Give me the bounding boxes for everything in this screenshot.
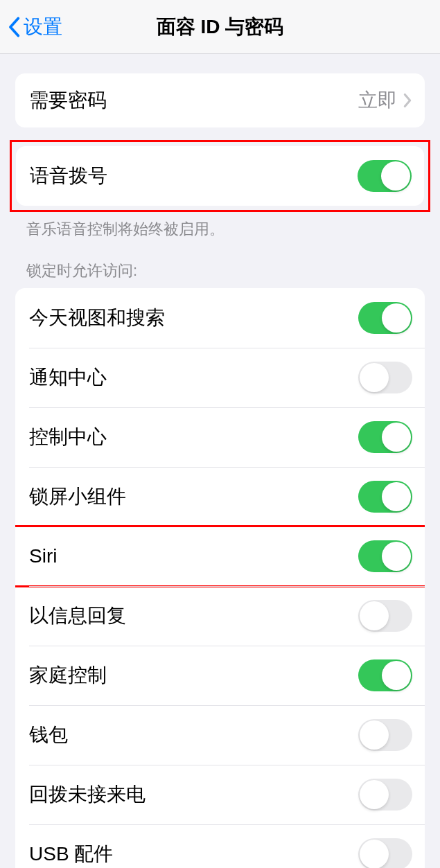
back-button[interactable]: 设置	[7, 14, 62, 40]
notification-center-row: 通知中心	[15, 348, 425, 407]
wallet-toggle[interactable]	[358, 719, 412, 751]
toggle-knob	[382, 661, 411, 690]
row-label: 通知中心	[29, 364, 107, 391]
toggle-knob	[360, 840, 389, 868]
siri-toggle[interactable]	[358, 540, 412, 572]
lock-widgets-row: 锁屏小组件	[15, 467, 425, 526]
chevron-left-icon	[7, 16, 21, 38]
nav-header: 设置 面容 ID 与密码	[0, 0, 440, 54]
toggle-knob	[360, 363, 389, 392]
row-label: USB 配件	[29, 841, 113, 867]
toggle-knob	[382, 303, 411, 333]
page-title: 面容 ID 与密码	[157, 14, 284, 40]
lock-section-header: 锁定时允许访问:	[0, 240, 440, 285]
row-label: 控制中心	[29, 424, 107, 450]
require-passcode-group: 需要密码 立即	[15, 73, 425, 127]
row-label: 今天视图和搜索	[29, 305, 165, 331]
voice-dial-toggle[interactable]	[358, 160, 412, 192]
row-label: 锁屏小组件	[29, 484, 126, 510]
reply-message-row: 以信息回复	[15, 586, 425, 646]
return-call-row: 回拨未接来电	[15, 765, 425, 824]
home-control-row: 家庭控制	[15, 646, 425, 705]
return-call-toggle[interactable]	[358, 779, 412, 811]
toggle-knob	[360, 601, 389, 630]
row-label: 回拨未接来电	[29, 781, 146, 808]
row-label: 以信息回复	[29, 603, 126, 629]
row-label: 家庭控制	[29, 662, 107, 689]
wallet-row: 钱包	[15, 705, 425, 765]
toggle-knob	[382, 542, 411, 571]
control-center-row: 控制中心	[15, 407, 425, 467]
toggle-knob	[382, 423, 411, 452]
highlight-voice-dial: 语音拨号	[10, 140, 430, 212]
toggle-knob	[360, 720, 389, 750]
voice-dial-group: 语音拨号	[16, 146, 424, 206]
row-value-group: 立即	[358, 87, 412, 114]
row-label: 需要密码	[29, 87, 107, 114]
chevron-right-icon	[403, 93, 412, 108]
usb-accessories-toggle[interactable]	[358, 838, 412, 868]
require-passcode-row[interactable]: 需要密码 立即	[15, 73, 425, 127]
today-view-row: 今天视图和搜索	[15, 288, 425, 348]
lock-widgets-toggle[interactable]	[358, 481, 412, 513]
row-label: 语音拨号	[30, 163, 107, 189]
home-control-toggle[interactable]	[358, 659, 412, 691]
notification-center-toggle[interactable]	[358, 362, 412, 393]
toggle-knob	[381, 161, 410, 191]
reply-message-toggle[interactable]	[358, 600, 412, 632]
today-view-toggle[interactable]	[358, 302, 412, 334]
row-label: Siri	[29, 545, 57, 567]
toggle-knob	[360, 780, 389, 809]
row-value: 立即	[358, 87, 397, 114]
siri-row: Siri	[15, 526, 425, 586]
back-label: 设置	[24, 14, 62, 40]
voice-dial-row: 语音拨号	[16, 146, 424, 206]
row-label: 钱包	[29, 722, 68, 748]
toggle-knob	[382, 482, 411, 511]
control-center-toggle[interactable]	[358, 421, 412, 453]
lock-access-group: 今天视图和搜索 通知中心 控制中心 锁屏小组件 Siri 以信息回复 家庭控制	[15, 288, 425, 868]
usb-accessories-row: USB 配件	[15, 824, 425, 868]
voice-dial-footer: 音乐语音控制将始终被启用。	[0, 212, 440, 240]
